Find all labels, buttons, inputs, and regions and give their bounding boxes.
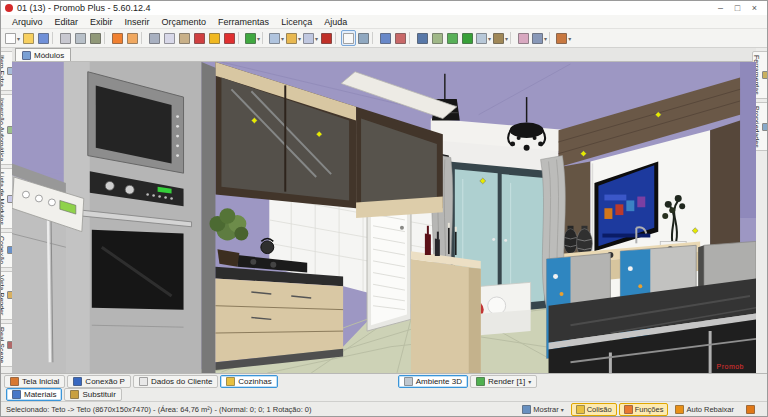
orbit-icon[interactable]: ▾ <box>356 30 371 46</box>
menu-arquivo[interactable]: Arquivo <box>6 17 49 27</box>
print-icon[interactable]: ▾ <box>58 30 73 46</box>
menu-licenca[interactable]: Licença <box>275 17 318 27</box>
appliance-tower[interactable] <box>64 62 216 373</box>
menu-ajuda[interactable]: Ajuda <box>318 17 353 27</box>
format-painter-icon[interactable]: ▾ <box>192 30 207 46</box>
toolbar-icon[interactable]: ▾ <box>549 32 554 44</box>
base-cabinets[interactable] <box>215 267 343 370</box>
render-icon[interactable]: ▾ <box>244 30 261 46</box>
toolbar-icon-glyph <box>269 33 280 44</box>
environment-tabbar: Tela Inicial ▾ Conexão P ▾ Dados do Clie… <box>1 373 767 388</box>
tab-label: Dados do Cliente <box>151 377 212 386</box>
tab-icon <box>10 377 19 386</box>
funcoes-button[interactable]: Funções ▾ <box>619 403 669 416</box>
toolbar-icon[interactable]: ▾ <box>238 32 243 44</box>
colisao-button[interactable]: Colisão ▾ <box>571 403 617 416</box>
promob-logo-icon <box>5 4 13 12</box>
walk-back-icon[interactable]: ▾ <box>445 30 460 46</box>
menu-editar[interactable]: Editar <box>49 17 85 27</box>
toolbar-icon[interactable]: ▾ <box>335 32 340 44</box>
toolbar-icon-glyph <box>75 33 86 44</box>
tab-conexao-p[interactable]: Conexão P ▾ <box>67 375 131 388</box>
toolbar-icon[interactable]: ▾ <box>262 32 267 44</box>
paint-tool-icon[interactable]: ▾ <box>741 403 762 416</box>
titlebar: 01 (13) - Promob Plus - 5.60.12.4 – □ × <box>1 1 767 15</box>
tab-cozinhas[interactable]: Cozinhas ▾ <box>220 375 277 388</box>
mostrar-button[interactable]: Mostrar ▾ <box>517 403 568 416</box>
3d-scene[interactable] <box>12 62 756 373</box>
delete-icon[interactable]: ▾ <box>222 30 237 46</box>
lighting-icon[interactable]: ▾ <box>302 30 319 46</box>
insert-module-icon[interactable]: ▾ <box>378 30 393 46</box>
toolbar-icon[interactable]: ▾ <box>372 32 377 44</box>
dropdown-caret-icon: ▾ <box>505 35 508 42</box>
select-cursor-icon[interactable]: ▾ <box>341 30 356 46</box>
status-button-icon <box>624 405 633 414</box>
status-button-icon <box>576 405 585 414</box>
statusbar: Selecionado: Teto -> Teto (8670x150x7470… <box>1 401 767 416</box>
tab-label: Tela Inicial <box>22 377 59 386</box>
door-knob[interactable] <box>400 226 404 230</box>
tab-dados-do-cliente[interactable]: Dados do Cliente ▾ <box>133 375 218 388</box>
kettle[interactable] <box>261 241 274 254</box>
draw-icon[interactable]: ▾ <box>516 30 531 46</box>
print-preview-icon[interactable]: ▾ <box>73 30 88 46</box>
auto-rebaixar-button[interactable]: Auto Rebaixar ▾ <box>670 403 739 416</box>
toolbar-icon[interactable]: ▾ <box>141 32 146 44</box>
toolbar-icon-glyph <box>395 33 406 44</box>
tab-icon <box>404 377 413 386</box>
tab-ambiente-3d[interactable]: Ambiente 3D ▾ <box>398 375 468 388</box>
dropdown-caret-icon: ▾ <box>544 35 547 42</box>
brick-icon[interactable]: ▾ <box>319 30 334 46</box>
menu-inserir[interactable]: Inserir <box>119 17 156 27</box>
menu-ferramentas[interactable]: Ferramentas <box>212 17 275 27</box>
toolbar-icon-glyph <box>532 33 543 44</box>
monitor-icon[interactable]: ▾ <box>531 30 548 46</box>
toolbar-icon[interactable]: ▾ <box>510 32 515 44</box>
materials-tabbar: Materiais Substituir <box>1 388 767 401</box>
tab-materiais[interactable]: Materiais <box>6 388 62 401</box>
tab-icon <box>476 377 485 386</box>
export-image-icon[interactable]: ▾ <box>88 30 103 46</box>
glass-door-handle[interactable] <box>492 238 495 241</box>
tab-modulos[interactable]: Módulos <box>15 48 71 61</box>
status-button-icon <box>522 405 531 414</box>
toolbar-icon[interactable]: ▾ <box>52 32 57 44</box>
grid-icon[interactable]: ▾ <box>393 30 408 46</box>
snapshot-icon[interactable]: ▾ <box>430 30 445 46</box>
close-button[interactable]: × <box>746 1 763 15</box>
redo-icon[interactable]: ▾ <box>125 30 140 46</box>
window-3d-icon[interactable]: ▾ <box>475 30 492 46</box>
visibility-eye-icon[interactable]: ▾ <box>415 30 430 46</box>
dropdown-caret-icon: ▾ <box>561 406 564 413</box>
3d-viewport[interactable]: Promob <box>12 62 756 373</box>
undo-icon[interactable]: ▾ <box>110 30 125 46</box>
toolbar-icon[interactable]: ▾ <box>104 32 109 44</box>
dropdown-caret-icon: ▾ <box>17 35 20 42</box>
maximize-button[interactable]: □ <box>729 1 746 15</box>
menu-orcamento[interactable]: Orçamento <box>156 17 213 27</box>
view-layout-icon[interactable]: ▾ <box>268 30 285 46</box>
tab-render[interactable]: Render [1] ▾ <box>470 375 537 388</box>
walk-forward-icon[interactable]: ▾ <box>460 30 475 46</box>
new-document-icon[interactable]: ▾ <box>4 30 21 46</box>
settings-gear-icon[interactable]: ▾ <box>492 30 509 46</box>
toolbar-icon[interactable]: ▾ <box>409 32 414 44</box>
paste-icon[interactable]: ▾ <box>177 30 192 46</box>
tab-substituir[interactable]: Substituir <box>64 388 121 401</box>
toolbar-icon-glyph <box>60 33 71 44</box>
copy-icon[interactable]: ▾ <box>162 30 177 46</box>
cut-icon[interactable]: ▾ <box>147 30 162 46</box>
materials-icon[interactable]: ▾ <box>285 30 302 46</box>
toolbar-icon-glyph <box>164 33 175 44</box>
minimize-button[interactable]: – <box>712 1 729 15</box>
menu-exibir[interactable]: Exibir <box>84 17 119 27</box>
save-icon[interactable]: ▾ <box>36 30 51 46</box>
measure-icon[interactable]: ▾ <box>207 30 222 46</box>
glass-door-handle[interactable] <box>504 239 507 242</box>
open-folder-icon[interactable]: ▾ <box>21 30 36 46</box>
toolbar-icon-glyph <box>23 33 34 44</box>
palette-grid-icon[interactable]: ▾ <box>555 30 572 46</box>
toolbar-icon-glyph <box>343 33 354 44</box>
tab-tela-inicial[interactable]: Tela Inicial ▾ <box>4 375 65 388</box>
